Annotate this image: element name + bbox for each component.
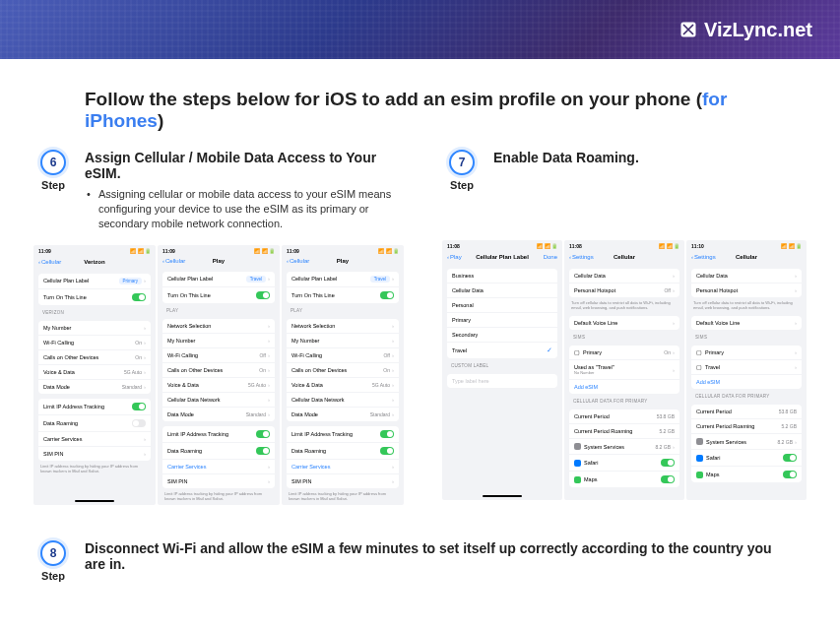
brand-logo-icon bbox=[678, 20, 698, 39]
toggle[interactable] bbox=[256, 291, 270, 299]
toggle[interactable] bbox=[783, 471, 797, 478]
toggle[interactable] bbox=[132, 419, 146, 427]
screenshot-plan-label: 11:08📶 📶 🔋 ‹ PlayCellular Plan LabelDone… bbox=[442, 240, 562, 500]
toggle[interactable] bbox=[256, 430, 270, 438]
toggle[interactable] bbox=[380, 447, 394, 455]
toggle[interactable] bbox=[380, 291, 394, 299]
toggle[interactable] bbox=[661, 459, 675, 467]
content: Follow the steps below for iOS to add an… bbox=[0, 59, 840, 621]
maps-icon bbox=[696, 472, 703, 478]
sim-icon: ▢ bbox=[696, 349, 702, 355]
brand-text: VizLync.net bbox=[704, 19, 812, 41]
screenshot-verizon: 11:09📶 📶 🔋 ‹ CellularVerizon Cellular Pl… bbox=[33, 245, 156, 505]
toggle[interactable] bbox=[380, 430, 394, 438]
gear-icon bbox=[696, 438, 703, 445]
hero-banner: VizLync.net bbox=[0, 0, 840, 59]
safari-icon bbox=[574, 460, 581, 467]
step-8-title: Disconnect Wi-Fi and allow the eSIM a fe… bbox=[85, 540, 794, 572]
check-icon: ✓ bbox=[547, 346, 552, 354]
maps-icon bbox=[574, 476, 581, 483]
step-7-label: Step bbox=[450, 179, 474, 191]
screenshot-play-2: 11:09📶 📶 🔋 ‹ CellularPlay Cellular Plan … bbox=[282, 245, 404, 505]
step-6-title: Assign Cellular / Mobile Data Access to … bbox=[85, 150, 415, 181]
toggle[interactable] bbox=[132, 293, 146, 301]
step-7-badge: 7 bbox=[449, 150, 475, 175]
page-title: Follow the steps below for iOS to add an… bbox=[85, 89, 807, 132]
sim-icon: ▢ bbox=[574, 349, 580, 355]
toggle[interactable] bbox=[661, 475, 675, 483]
done-button[interactable]: Done bbox=[544, 254, 557, 260]
screenshot-cellular-2: 11:10📶 📶 🔋 ‹ SettingsCellular Cellular D… bbox=[686, 240, 807, 500]
safari-icon bbox=[696, 455, 703, 462]
gear-icon bbox=[574, 443, 581, 450]
brand: VizLync.net bbox=[678, 19, 812, 41]
toggle[interactable] bbox=[132, 403, 146, 410]
step-6-badge: 6 bbox=[40, 150, 66, 175]
toggle[interactable] bbox=[256, 447, 270, 455]
step-6: 6 Step Assign Cellular / Mobile Data Acc… bbox=[33, 150, 415, 231]
sim-icon: ▢ bbox=[696, 364, 702, 370]
step-6-desc: Assigning cellular or mobile data access… bbox=[85, 187, 415, 231]
screenshot-play-1: 11:09📶 📶 🔋 ‹ CellularPlay Cellular Plan … bbox=[158, 245, 280, 505]
step-6-label: Step bbox=[41, 179, 65, 191]
step-8: 8 Step Disconnect Wi-Fi and allow the eS… bbox=[33, 540, 807, 582]
step-7: 7 Step Enable Data Roaming. bbox=[442, 150, 807, 191]
step-8-badge: 8 bbox=[40, 540, 66, 566]
toggle[interactable] bbox=[783, 454, 797, 462]
step-7-title: Enable Data Roaming. bbox=[493, 150, 639, 165]
screenshot-cellular-1: 11:08📶 📶 🔋 ‹ SettingsCellular Cellular D… bbox=[564, 240, 684, 500]
step-8-label: Step bbox=[41, 570, 65, 582]
